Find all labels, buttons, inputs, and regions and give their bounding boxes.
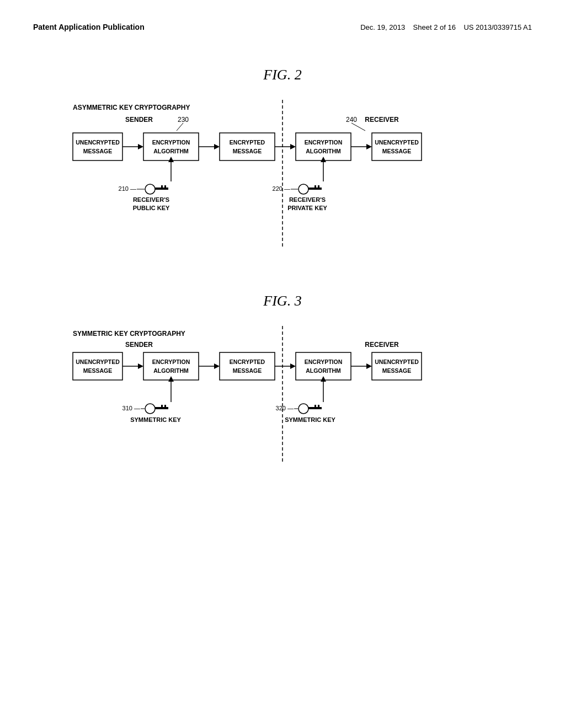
svg-rect-18 — [220, 133, 275, 160]
svg-marker-17 — [214, 144, 220, 149]
header-publication-text: Patent Application Publication — [33, 23, 145, 31]
fig3-section: FIG. 3 SYMMETRIC KEY CRYPTOGRAPHY SENDER… — [33, 293, 532, 464]
svg-rect-23 — [296, 133, 351, 160]
fig3-diagram: SYMMETRIC KEY CRYPTOGRAPHY SENDER RECEIV… — [56, 326, 509, 464]
svg-text:ENCRYPTION: ENCRYPTION — [305, 139, 342, 146]
svg-text:ENCRYPTION: ENCRYPTION — [152, 139, 190, 146]
svg-text:PRIVATE KEY: PRIVATE KEY — [287, 205, 327, 211]
svg-marker-64 — [214, 363, 220, 369]
svg-rect-44 — [308, 188, 322, 190]
svg-text:MESSAGE: MESSAGE — [83, 367, 113, 374]
publication-title: Patent Application Publication — [33, 22, 145, 33]
svg-text:RECEIVER: RECEIVER — [365, 341, 399, 349]
svg-rect-91 — [318, 405, 319, 407]
svg-rect-81 — [155, 407, 168, 409]
svg-marker-74 — [366, 363, 372, 369]
svg-point-80 — [145, 404, 155, 414]
svg-text:210 —: 210 — — [119, 185, 136, 192]
svg-marker-69 — [290, 363, 296, 369]
svg-rect-8 — [73, 133, 122, 160]
svg-text:MESSAGE: MESSAGE — [233, 148, 262, 154]
svg-point-43 — [299, 184, 308, 194]
svg-text:ALGORITHM: ALGORITHM — [306, 148, 341, 154]
svg-text:ASYMMETRIC KEY CRYPTOGRAPHY: ASYMMETRIC KEY CRYPTOGRAPHY — [73, 104, 190, 111]
fig3-title: FIG. 3 — [33, 293, 532, 309]
svg-rect-34 — [155, 188, 168, 190]
svg-rect-60 — [143, 352, 199, 380]
svg-marker-59 — [138, 363, 143, 369]
svg-text:UNENCRYPTED: UNENCRYPTED — [76, 358, 120, 365]
svg-rect-92 — [315, 405, 316, 407]
svg-text:SENDER: SENDER — [125, 116, 153, 124]
svg-rect-83 — [161, 405, 163, 407]
svg-text:MESSAGE: MESSAGE — [233, 367, 262, 374]
header-patent-num: US 2013/0339715 A1 — [463, 23, 532, 31]
svg-rect-55 — [73, 352, 122, 380]
svg-text:ENCRYPTED: ENCRYPTED — [230, 358, 265, 365]
svg-text:UNENCRYPTED: UNENCRYPTED — [375, 139, 419, 146]
header-date: Dec. 19, 2013 — [360, 23, 405, 31]
svg-text:UNENCRYPTED: UNENCRYPTED — [76, 139, 120, 146]
svg-rect-75 — [372, 352, 422, 380]
svg-rect-70 — [296, 352, 351, 380]
svg-rect-90 — [308, 407, 322, 409]
svg-rect-46 — [315, 185, 316, 188]
svg-text:220 —: 220 — — [273, 185, 290, 192]
svg-text:PUBLIC KEY: PUBLIC KEY — [133, 205, 170, 211]
svg-text:UNENCRYPTED: UNENCRYPTED — [375, 358, 419, 365]
svg-text:RECEIVER'S: RECEIVER'S — [133, 196, 169, 203]
svg-marker-12 — [138, 144, 143, 149]
svg-text:SYMMETRIC KEY CRYPTOGRAPHY: SYMMETRIC KEY CRYPTOGRAPHY — [73, 330, 185, 338]
svg-rect-65 — [220, 352, 275, 380]
svg-text:RECEIVER'S: RECEIVER'S — [289, 196, 326, 203]
svg-rect-36 — [161, 185, 163, 188]
svg-text:ENCRYPTION: ENCRYPTION — [152, 358, 190, 365]
svg-text:MESSAGE: MESSAGE — [83, 148, 113, 154]
svg-point-33 — [145, 184, 155, 194]
svg-rect-45 — [318, 185, 319, 188]
svg-marker-27 — [366, 144, 372, 149]
svg-line-4 — [177, 123, 183, 131]
header-info: Dec. 19, 2013 Sheet 2 of 16 US 2013/0339… — [360, 22, 532, 34]
page: Patent Application Publication Dec. 19, … — [0, 0, 565, 728]
header-sheet: Sheet 2 of 16 — [413, 23, 456, 31]
svg-rect-13 — [143, 133, 199, 160]
svg-line-7 — [351, 123, 365, 131]
svg-text:SYMMETRIC KEY: SYMMETRIC KEY — [130, 416, 181, 423]
svg-rect-28 — [372, 133, 422, 160]
fig2-section: FIG. 2 ASYMMETRIC KEY CRYPTOGRAPHY SENDE… — [33, 67, 532, 249]
svg-text:240: 240 — [346, 116, 357, 124]
svg-text:SENDER: SENDER — [125, 341, 153, 349]
svg-text:RECEIVER: RECEIVER — [365, 116, 399, 124]
svg-text:ENCRYPTED: ENCRYPTED — [230, 139, 265, 146]
svg-text:MESSAGE: MESSAGE — [382, 367, 412, 374]
svg-rect-82 — [164, 405, 166, 407]
svg-text:230: 230 — [178, 116, 189, 124]
fig2-diagram: ASYMMETRIC KEY CRYPTOGRAPHY SENDER 230 R… — [56, 100, 509, 249]
svg-text:320 —: 320 — — [276, 405, 294, 411]
svg-text:ENCRYPTION: ENCRYPTION — [305, 358, 342, 365]
svg-marker-22 — [290, 144, 296, 149]
svg-rect-35 — [164, 185, 166, 188]
page-header: Patent Application Publication Dec. 19, … — [33, 22, 532, 34]
svg-text:ALGORITHM: ALGORITHM — [153, 148, 189, 154]
svg-text:SYMMETRIC KEY: SYMMETRIC KEY — [285, 416, 335, 423]
svg-point-89 — [299, 404, 308, 414]
svg-text:MESSAGE: MESSAGE — [382, 148, 412, 154]
fig2-title: FIG. 2 — [33, 67, 532, 83]
svg-text:ALGORITHM: ALGORITHM — [153, 367, 189, 374]
svg-text:310 —: 310 — — [122, 405, 140, 411]
svg-text:ALGORITHM: ALGORITHM — [306, 367, 341, 374]
